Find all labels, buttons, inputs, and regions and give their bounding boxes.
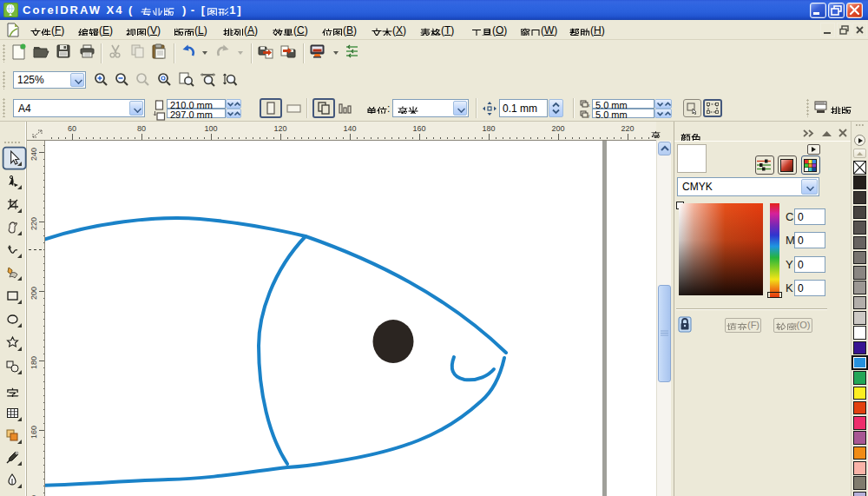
svg-text:x: x xyxy=(588,103,590,108)
svg-text:y: y xyxy=(588,113,590,118)
